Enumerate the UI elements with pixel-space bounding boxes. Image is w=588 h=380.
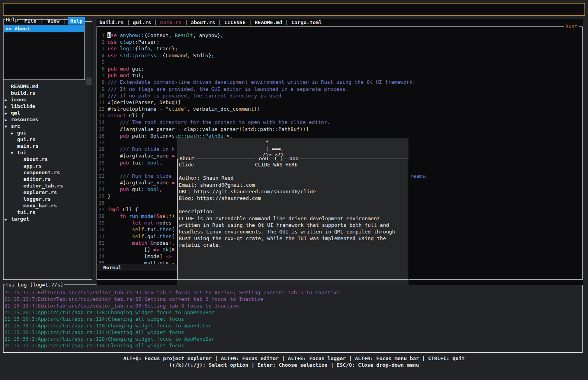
tree-item-tui[interactable]: ▼tui: [0, 149, 92, 156]
tui-log-title: Tui Log [log=1.7/s]: [5, 282, 64, 288]
chevron-collapsed-icon: ▶: [5, 103, 7, 110]
tree-item-app.rs[interactable]: app.rs: [0, 163, 92, 169]
tab-item-build.rs[interactable]: build.rs: [99, 19, 124, 25]
line-number: 9: [99, 86, 105, 92]
tree-item-build.rs[interactable]: build.rs: [0, 90, 92, 96]
tree-item-qml[interactable]: ▶qml: [0, 110, 92, 116]
line-number: 26: [99, 200, 105, 206]
line-number: 34: [99, 253, 105, 260]
tree-item-label: gui: [17, 129, 26, 136]
log-line: 21:15:30:I:App:src/tui/app.rs:128:Changi…: [4, 322, 340, 329]
line-number: 24: [99, 186, 105, 193]
tree-item-label: tui: [17, 149, 26, 156]
tree-item-target[interactable]: ▶target: [0, 216, 92, 222]
tree-item-label: icons: [11, 96, 26, 103]
line-number: 31: [99, 233, 105, 240]
line-number: 21: [99, 166, 105, 173]
code-line: 5: [99, 59, 581, 65]
tree-item-menu_bar.rs[interactable]: menu_bar.rs: [0, 202, 92, 209]
line-number: 3: [99, 45, 105, 52]
tree-item-resources[interactable]: ▶resources: [0, 116, 92, 123]
line-number: 25: [99, 193, 105, 200]
line-number: 23: [99, 179, 105, 186]
line-number: 32: [99, 240, 105, 246]
hint-bar: ALT+Q: Focus project explorer | ALT+W: F…: [0, 355, 588, 369]
line-number: 18: [99, 146, 105, 152]
menu-item-help[interactable]: Help: [68, 17, 85, 25]
tree-item-label: resources: [11, 116, 38, 123]
tree-item-src[interactable]: ▼src: [0, 123, 92, 129]
menu-bar-items: File│View│Help: [20, 18, 86, 24]
explorer-scrollbar-thumb[interactable]: [86, 78, 92, 85]
help-dropdown: >> About: [3, 19, 85, 80]
tree-item-label: editor_tab.rs: [23, 182, 63, 189]
tab-item-Cargo.toml[interactable]: Cargo.toml: [291, 19, 322, 25]
file-tree: README.mdbuild.rs▶icons▶libclide▶qml▶res…: [0, 83, 92, 222]
tree-item-about.rs[interactable]: about.rs: [0, 156, 92, 163]
tab-separator: |: [181, 19, 190, 25]
tab-item-main.rs[interactable]: main.rs: [160, 19, 182, 25]
tree-item-icons[interactable]: ▶icons: [0, 96, 92, 103]
code-line: 8/// Extendable command-line driven deve…: [99, 79, 581, 85]
line-number: 11: [99, 99, 105, 106]
menu-item-file[interactable]: File: [22, 17, 39, 25]
line-number: 6: [99, 65, 105, 72]
menu-separator: │: [63, 18, 67, 24]
tree-item-gui[interactable]: ▶gui: [0, 129, 92, 136]
code-line: 10/// If no path is provided, the curren…: [99, 92, 581, 99]
tree-item-logger.rs[interactable]: logger.rs: [0, 196, 92, 202]
menu-item-view[interactable]: View: [45, 17, 62, 25]
log-lines: 21:15:13:T:EditorTab:src/tui/editor_tab.…: [4, 289, 340, 349]
line-number: 1: [99, 32, 105, 39]
tree-item-component.rs[interactable]: component.rs: [0, 169, 92, 176]
line-number: 33: [99, 246, 105, 253]
language-badge: Rust: [564, 23, 579, 30]
tree-item-editor_tab.rs[interactable]: editor_tab.rs: [0, 182, 92, 189]
about-popup: * |.===. {}o o{} About -ooO--(_)--Ooo Cl…: [177, 138, 408, 285]
line-number: 19: [99, 152, 105, 159]
line-number: 22: [99, 173, 105, 179]
line-number: 10: [99, 92, 105, 99]
tree-item-editor.rs[interactable]: editor.rs: [0, 176, 92, 182]
tree-item-label: menu_bar.rs: [23, 202, 57, 209]
log-line: 21:15:33:I:App:src/tui/app.rs:114:Cleari…: [4, 342, 340, 349]
about-popup-body: Clide CLIDE WAS HERE Author: Shaun Reed …: [179, 161, 395, 249]
tree-item-label: README.md: [11, 83, 38, 90]
chevron-collapsed-icon: ▶: [5, 216, 7, 223]
tab-separator: |: [282, 19, 291, 25]
tree-item-libclide[interactable]: ▶libclide: [0, 103, 92, 110]
line-number: 4: [99, 52, 105, 59]
line-number: 17: [99, 139, 105, 146]
tab-item-LICENSE[interactable]: LICENSE: [224, 19, 246, 25]
chevron-collapsed-icon: ▶: [5, 110, 7, 117]
log-line: 21:15:30:I:App:src/tui/app.rs:114:Cleari…: [4, 329, 340, 336]
log-line: 21:15:20:I:App:src/tui/app.rs:114:Cleari…: [4, 316, 340, 322]
about-popup-border-art: -ooO--(_)--Ooo: [255, 156, 299, 162]
tree-item-explorer.rs[interactable]: explorer.rs: [0, 189, 92, 196]
tree-item-main.rs[interactable]: main.rs: [0, 143, 92, 149]
tree-item-label: logger.rs: [23, 196, 51, 202]
tab-item-gui.rs[interactable]: gui.rs: [133, 19, 151, 25]
code-line: 14 /// The root directory for the projec…: [99, 119, 581, 125]
tree-item-README.md[interactable]: README.md: [0, 83, 92, 90]
chevron-collapsed-icon: ▶: [11, 130, 13, 136]
line-number: 7: [99, 72, 105, 79]
code-line: 13struct Cli {: [99, 112, 581, 119]
tab-separator: |: [124, 19, 133, 25]
chevron-collapsed-icon: ▶: [5, 117, 7, 123]
code-line: 4use std::process::{Command, Stdio};: [99, 52, 581, 59]
tab-item-README.md[interactable]: README.md: [255, 19, 282, 25]
tree-item-label: component.rs: [23, 169, 60, 176]
code-line: 6pub mod gui;: [99, 65, 581, 72]
app-root: File│View│Help README.mdbuild.rs▶icons▶l…: [0, 0, 588, 380]
tab-separator: |: [151, 19, 160, 25]
code-line: 1use anyhow::{Context, Result, anyhow};: [99, 32, 581, 39]
tab-item-about.rs[interactable]: about.rs: [191, 19, 215, 25]
tree-item-tui.rs[interactable]: tui.rs: [0, 209, 92, 216]
tree-item-label: explorer.rs: [23, 189, 57, 196]
tree-item-label: main.rs: [17, 143, 39, 149]
log-line: 21:15:13:T:EditorTab:src/tui/editor_tab.…: [4, 302, 340, 309]
chevron-expanded-icon: ▼: [11, 150, 13, 156]
tree-item-gui.rs[interactable]: gui.rs: [0, 136, 92, 143]
mode-indicator: Normal: [97, 264, 177, 271]
